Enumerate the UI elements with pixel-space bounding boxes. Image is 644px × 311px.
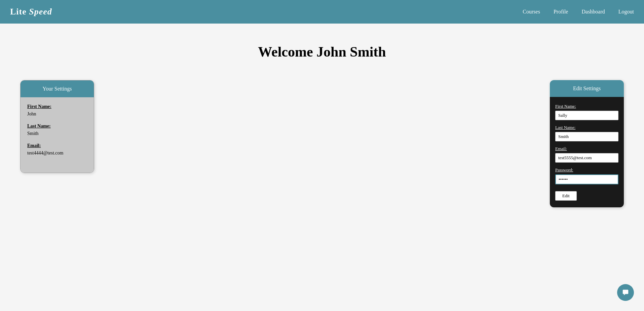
edit-password-label: Password: xyxy=(555,167,618,173)
cards-container: Your Settings First Name: John Last Name… xyxy=(13,80,631,207)
last-name-label: Last Name: xyxy=(27,124,87,129)
email-field: Email: test4444@test.com xyxy=(27,143,87,156)
brand-speed: Speed xyxy=(29,7,52,16)
edit-last-name-input[interactable] xyxy=(555,132,618,141)
your-settings-title: Your Settings xyxy=(27,86,87,92)
navbar: Lite Speed Courses Profile Dashboard Log… xyxy=(0,0,644,24)
your-settings-header: Your Settings xyxy=(21,80,94,97)
last-name-value: Smith xyxy=(27,131,38,136)
edit-button[interactable]: Edit xyxy=(555,191,577,201)
welcome-title: Welcome John Smith xyxy=(13,44,631,60)
edit-settings-card: Edit Settings First Name: Last Name: Ema… xyxy=(550,80,624,207)
edit-password-input[interactable] xyxy=(555,174,618,184)
first-name-label: First Name: xyxy=(27,104,87,109)
brand-lite: Lite xyxy=(10,7,27,16)
edit-settings-header: Edit Settings xyxy=(550,80,624,97)
edit-first-name-label: First Name: xyxy=(555,104,618,109)
edit-email-field: Email: xyxy=(555,146,618,163)
main-content: Welcome John Smith Your Settings First N… xyxy=(0,24,644,228)
chat-button[interactable] xyxy=(617,284,634,301)
edit-password-field: Password: xyxy=(555,167,618,184)
first-name-value: John xyxy=(27,111,36,116)
edit-settings-title: Edit Settings xyxy=(557,85,617,92)
your-settings-body: First Name: John Last Name: Smith Email:… xyxy=(21,97,94,173)
navbar-links: Courses Profile Dashboard Logout xyxy=(523,9,634,15)
svg-rect-0 xyxy=(623,290,629,294)
nav-profile-link[interactable]: Profile xyxy=(554,9,568,15)
nav-logout-link[interactable]: Logout xyxy=(618,9,634,15)
edit-last-name-label: Last Name: xyxy=(555,125,618,130)
svg-marker-1 xyxy=(624,294,626,296)
your-settings-card: Your Settings First Name: John Last Name… xyxy=(20,80,94,173)
edit-first-name-field: First Name: xyxy=(555,104,618,120)
edit-last-name-field: Last Name: xyxy=(555,125,618,141)
chat-icon xyxy=(622,289,629,296)
edit-settings-body: First Name: Last Name: Email: Password: … xyxy=(550,97,624,207)
edit-email-label: Email: xyxy=(555,146,618,151)
nav-courses-link[interactable]: Courses xyxy=(523,9,540,15)
nav-dashboard-link[interactable]: Dashboard xyxy=(581,9,605,15)
email-value: test4444@test.com xyxy=(27,150,63,156)
first-name-field: First Name: John xyxy=(27,104,87,117)
email-label: Email: xyxy=(27,143,87,148)
edit-email-input[interactable] xyxy=(555,153,618,163)
last-name-field: Last Name: Smith xyxy=(27,124,87,136)
edit-first-name-input[interactable] xyxy=(555,111,618,120)
brand-logo: Lite Speed xyxy=(10,7,52,17)
